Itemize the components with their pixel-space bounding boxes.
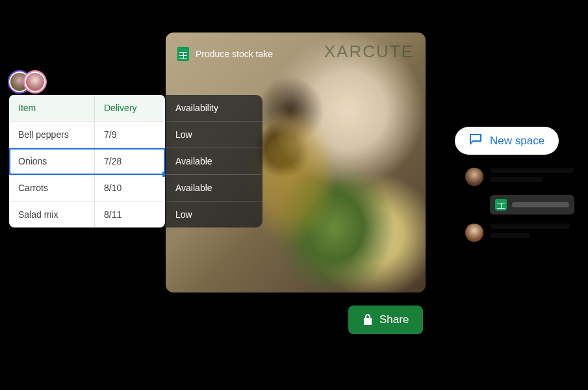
text-placeholder (490, 233, 530, 238)
col-header-delivery[interactable]: Delivery (95, 95, 165, 121)
avatar[interactable] (25, 72, 45, 92)
cell-item[interactable]: Carrots (9, 175, 95, 201)
cell-item[interactable]: Bell peppers (9, 122, 95, 148)
new-space-label: New space (490, 135, 544, 148)
cell-delivery[interactable]: 8/10 (95, 175, 165, 201)
cell-item[interactable]: Salad mix (9, 202, 95, 228)
new-space-button[interactable]: New space (455, 127, 559, 155)
background-sign-text: XARCUTE (324, 42, 414, 62)
cell-availability[interactable]: Available (165, 148, 262, 175)
cell-delivery[interactable]: 8/11 (95, 202, 165, 228)
table-header-row: Item Delivery (9, 95, 165, 122)
sheets-icon (495, 199, 507, 211)
table-row[interactable]: Bell peppers 7/9 (9, 122, 165, 148)
text-placeholder (512, 202, 569, 207)
text-placeholder (490, 168, 574, 173)
cell-availability[interactable]: Available (165, 175, 262, 202)
share-label: Share (379, 313, 409, 326)
document-title: Produce stock take (196, 49, 273, 59)
text-placeholder (490, 224, 570, 229)
chat-icon (469, 133, 482, 148)
lock-icon (363, 314, 373, 326)
cell-item[interactable]: Onions (9, 148, 95, 174)
cell-delivery[interactable]: 7/28 (95, 148, 165, 174)
spreadsheet-card: Item Delivery Bell peppers 7/9 Onions 7/… (9, 95, 165, 228)
collaborator-avatars (9, 72, 45, 92)
avatar[interactable] (465, 224, 483, 242)
text-placeholder (490, 177, 543, 182)
chat-message (465, 168, 579, 186)
availability-column: Availability Low Available Available Low (165, 95, 262, 228)
document-tag[interactable]: Produce stock take (177, 47, 273, 61)
col-header-item[interactable]: Item (9, 95, 95, 121)
cell-availability[interactable]: Low (165, 122, 262, 148)
table-row[interactable]: Carrots 8/10 (9, 175, 165, 202)
table-row[interactable]: Onions 7/28 (9, 148, 165, 175)
table-row[interactable]: Salad mix 8/11 (9, 202, 165, 228)
sheet-attachment-chip[interactable] (490, 195, 574, 214)
avatar[interactable] (465, 168, 483, 186)
share-button[interactable]: Share (348, 306, 423, 334)
chat-preview (465, 168, 579, 242)
col-header-availability[interactable]: Availability (165, 95, 262, 122)
chat-message (465, 224, 579, 242)
sheets-icon (177, 47, 189, 61)
cell-availability[interactable]: Low (165, 202, 262, 228)
cell-delivery[interactable]: 7/9 (95, 122, 165, 148)
